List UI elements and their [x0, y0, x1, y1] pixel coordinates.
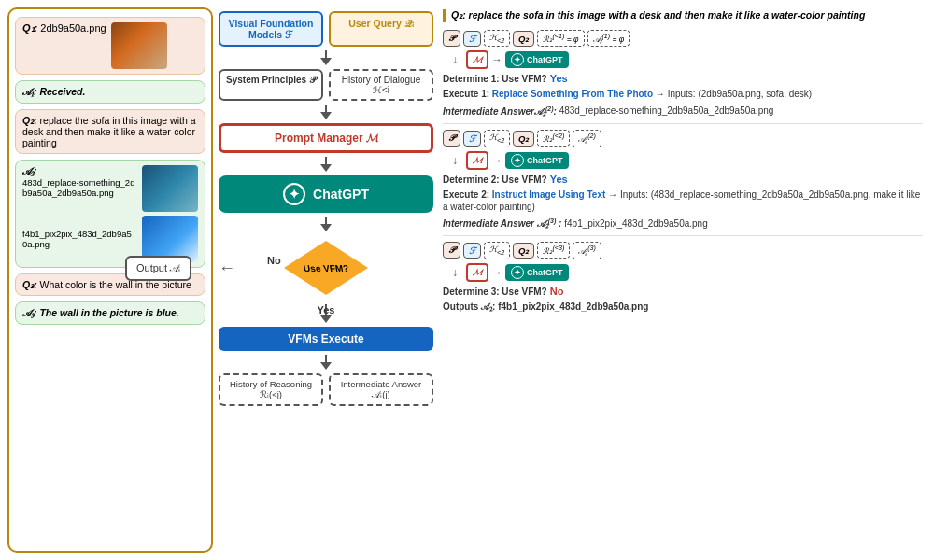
arrow-to-bottom: [320, 355, 332, 370]
no-label: No: [267, 255, 281, 266]
vfm-execute-box: VFMs Execute: [219, 327, 433, 351]
iter2-arrow-row: ↓ 𝓜 → ✦ ChatGPT: [443, 151, 923, 170]
iter1-chatgpt-icon: ✦: [511, 53, 524, 66]
iter3-chatgpt-icon: ✦: [511, 266, 524, 279]
iter3-m-box: 𝓜: [466, 263, 488, 282]
iter2-h-box: ℋ<2: [484, 130, 510, 147]
a1-item: 𝒜₁: Received.: [15, 80, 205, 104]
iter2-a-box: 𝒜₂(2): [573, 130, 601, 147]
iter2-chatgpt-label: ChatGPT: [527, 156, 563, 165]
iter2-m-box: 𝓜: [466, 151, 488, 170]
q2-label: Q₂:: [22, 115, 37, 126]
iter3-p-box: 𝒫: [443, 242, 460, 259]
q1-value: 2db9a50a.png: [40, 22, 106, 34]
iter2-header: 𝒫 ℱ ℋ<2 Q₂ ℛ₂(<2) 𝒜₂(2): [443, 130, 923, 147]
a1-label: 𝒜₁: Received.: [22, 86, 85, 98]
chatgpt-label: ChatGPT: [313, 187, 369, 202]
iter1-h-box: ℋ<2: [484, 30, 510, 48]
a3-item: 𝒜₃: The wall in the picture is blue.: [15, 301, 205, 325]
iter2-answer: Intermediate Answer 𝒜₂(3) : f4b1_pix2pix…: [443, 217, 923, 230]
output-box: Output 𝒜ᵢ: [125, 256, 191, 281]
iter2-determine: Determine 2: Use VFM? Yes: [443, 174, 923, 185]
iter3-q2-box: Q₂: [513, 243, 534, 259]
iter3-r-box: ℛ₂(<3): [537, 242, 570, 259]
iter1-execute: Execute 1: Replace Something From The Ph…: [443, 88, 923, 100]
user-query-box: User Query 𝒬ᵢ: [329, 11, 433, 47]
a2-label: 𝒜₂:: [22, 165, 37, 176]
iter3-header: 𝒫 ℱ ℋ<2 Q₂ ℛ₂(<3) 𝒜₂(3): [443, 242, 923, 259]
iter3-chatgpt-label: ChatGPT: [527, 268, 563, 277]
a2-item: 𝒜₂: 483d_replace-something_2db9a50a_2db9…: [15, 160, 205, 268]
intermediate-answer-label: Intermediate Answer 𝒜ᵢ(j): [341, 379, 422, 399]
vfm-box: Visual Foundation Models ℱ: [219, 11, 323, 47]
prompt-manager-label: Prompt Manager 𝓜: [275, 132, 377, 145]
iter2-chatgpt-icon: ✦: [511, 154, 524, 167]
iter2-p-box: 𝒫: [443, 130, 460, 147]
divider-2: [443, 235, 923, 236]
a3-label: 𝒜₃: The wall in the picture is blue.: [22, 307, 179, 319]
prompt-manager-box: Prompt Manager 𝓜: [219, 123, 433, 153]
right-query-text: Q₂: replace the sofa in this image with …: [443, 9, 923, 22]
arrow-to-prompt-manager: [320, 105, 332, 119]
q3-label: Q₃:: [22, 279, 37, 290]
q1-label: Q₁:: [22, 22, 37, 34]
iter3-a-box: 𝒜₂(3): [573, 242, 601, 259]
iter1-a-box: 𝒜₂(1) = φ: [587, 30, 630, 48]
iter2-chatgpt: ✦ ChatGPT: [505, 152, 569, 169]
chatgpt-box: ✦ ChatGPT: [219, 175, 433, 213]
iter3-f-box: ℱ: [463, 243, 481, 259]
system-principles-box: System Principles 𝒫: [219, 69, 323, 101]
history-reasoning-box: History of Reasoning ℛᵢ(<j): [219, 373, 323, 406]
use-vfm-diamond: Use VFM?: [284, 241, 368, 295]
arrow-to-chatgpt: [320, 157, 332, 172]
iter2-f-box: ℱ: [463, 131, 481, 147]
output-label: Output 𝒜ᵢ: [136, 262, 180, 273]
iter3-arrow-row: ↓ 𝓜 → ✦ ChatGPT: [443, 263, 923, 282]
system-principles-label: System Principles 𝒫: [226, 75, 316, 85]
arrow-to-second-row: [320, 50, 332, 65]
iter1-q2-box: Q₂: [513, 31, 534, 47]
iter3-determine: Determine 3: Use VFM? No: [443, 286, 923, 297]
q1-item: Q₁: 2db9a50a.png: [15, 17, 205, 75]
iter3-h-box: ℋ<2: [484, 242, 510, 259]
q3-text: What color is the wall in the picture: [40, 279, 191, 290]
iter2-execute: Execute 2: Instruct Image Using Text → I…: [443, 189, 923, 213]
iter1-answer: Intermediate Answer𝒜₂(2): 483d_replace-s…: [443, 104, 923, 117]
a2-file1: 483d_replace-something_2db9a50a_2db9a50a…: [22, 177, 136, 198]
arrow-to-diamond: [320, 217, 332, 231]
intermediate-answer-box: Intermediate Answer 𝒜ᵢ(j): [329, 373, 433, 406]
iter1-chatgpt-label: ChatGPT: [527, 55, 563, 64]
a2-file2: f4b1_pix2pix_483d_2db9a50a.png: [22, 229, 136, 249]
divider-1: [443, 123, 923, 124]
vfm-label: Visual Foundation Models ℱ: [229, 18, 314, 40]
second-row-boxes: System Principles 𝒫 History of Dialogue …: [219, 69, 433, 101]
iter1-r-box: ℛ₂(<1) = φ: [537, 30, 584, 47]
iter1-header: 𝒫 ℱ ℋ<2 Q₂ ℛ₂(<1) = φ 𝒜₂(1) = φ: [443, 30, 923, 48]
iter1-chatgpt: ✦ ChatGPT: [505, 51, 569, 68]
use-vfm-label: Use VFM?: [303, 263, 349, 273]
iter2-r-box: ℛ₂(<2): [537, 130, 570, 147]
q2-item: Q₂: replace the sofa in this image with …: [15, 109, 205, 154]
iter1-arrow-row: ↓ 𝓜 → ✦ ChatGPT: [443, 50, 923, 69]
top-input-boxes: Visual Foundation Models ℱ User Query 𝒬ᵢ: [219, 11, 433, 47]
iter3-chatgpt: ✦ ChatGPT: [505, 264, 569, 281]
iter1-f-box: ℱ: [463, 31, 481, 47]
desk-image: [142, 165, 198, 212]
history-dialogue-label: History of Dialogue ℋ<i: [342, 75, 420, 95]
user-query-label: User Query 𝒬ᵢ: [348, 18, 414, 29]
middle-panel-flow: Visual Foundation Models ℱ User Query 𝒬ᵢ…: [219, 7, 433, 553]
vfm-execute-label: VFMs Execute: [288, 332, 363, 345]
yes-label: Yes: [318, 304, 335, 315]
history-dialogue-box: History of Dialogue ℋ<i: [329, 69, 433, 101]
chatgpt-icon: ✦: [283, 183, 305, 205]
sofa-image: [111, 22, 167, 69]
iter1-m-box: 𝓜: [466, 50, 488, 69]
iter3-output: Outputs 𝒜₂: f4b1_pix2pix_483d_2db9a50a.p…: [443, 301, 923, 313]
iter2-q2-box: Q₂: [513, 131, 534, 147]
iter1-p-box: 𝒫: [443, 30, 460, 47]
history-reasoning-label: History of Reasoning ℛᵢ(<j): [230, 379, 312, 399]
q2-text: replace the sofa in this image with a de…: [22, 115, 196, 148]
right-panel-detail: Q₂: replace the sofa in this image with …: [439, 7, 927, 553]
decision-diamond-area: Output 𝒜ᵢ ← No Use VFM? Yes: [219, 235, 433, 301]
iter1-determine: Determine 1: Use VFM? Yes: [443, 73, 923, 84]
